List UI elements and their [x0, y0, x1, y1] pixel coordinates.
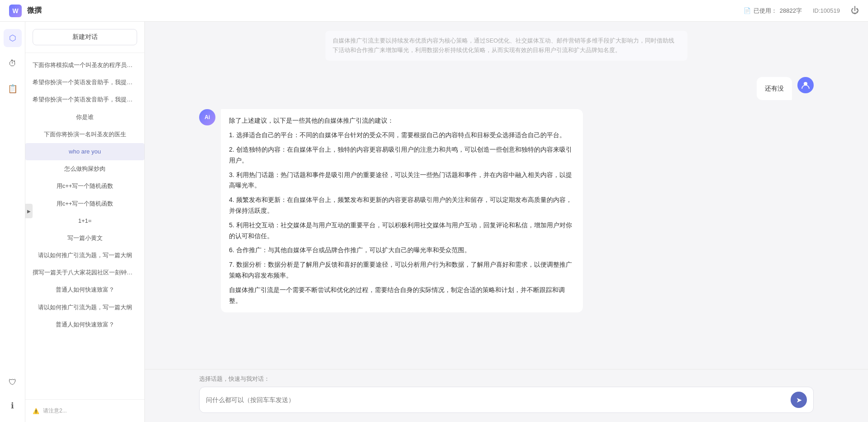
- chat-messages: 自媒体推广引流主要以持续发布优质内容为核心策略，通过SEO优化、社交媒体互动、邮…: [145, 22, 868, 369]
- chat-sidebar-bottom: ⚠️ 请注意2...: [25, 399, 144, 422]
- usage-label: 已使用：: [754, 7, 777, 15]
- chat-list-item[interactable]: 下面你将模拟成一个叫圣友的程序员，我说...: [25, 57, 144, 74]
- chat-list-item[interactable]: 用c++写一个随机函数: [25, 195, 144, 212]
- sidebar-bottom-item-1: ⚠️ 请注意2...: [33, 405, 137, 417]
- quick-topics-label: 选择话题，快速与我对话：: [199, 375, 814, 383]
- chat-list-item[interactable]: 写一篇小黄文: [25, 230, 144, 247]
- sidebar-icon-clock[interactable]: ⏱: [4, 54, 22, 72]
- chat-list-item[interactable]: 请以如何推广引流为题，写一篇大纲: [25, 299, 144, 316]
- sidebar-icon-info[interactable]: ℹ: [4, 397, 22, 415]
- user-avatar: [797, 77, 814, 93]
- chat-list-item[interactable]: 怎么做狗屎炒肉: [25, 160, 144, 177]
- topbar-right: 📄 已使用： 28822字 ID:100519 ⏻: [744, 6, 859, 15]
- expand-sidebar-arrow[interactable]: ▶: [25, 204, 33, 218]
- doc-icon: 📄: [744, 7, 751, 14]
- power-icon[interactable]: ⏻: [851, 6, 859, 15]
- chat-list-item[interactable]: 撰写一篇关于八大家花园社区一刻钟便民生...: [25, 264, 144, 281]
- truncated-text: 自媒体推广引流主要以持续发布优质内容为核心策略，通过SEO优化、社交媒体互动、邮…: [333, 37, 674, 53]
- usage-value: 28822字: [780, 7, 802, 15]
- chat-list-item[interactable]: 下面你将扮演一名叫圣友的医生: [25, 126, 144, 143]
- sidebar-icon-shield[interactable]: 🛡: [4, 373, 22, 391]
- sidebar-icon-hexagon[interactable]: ⬡: [4, 29, 22, 47]
- ai-message-bubble: 除了上述建议，以下是一些其他的自媒体推广引流的建议：1. 选择适合自己的平台：不…: [221, 109, 583, 312]
- chat-sidebar-header: 新建对话: [25, 22, 144, 53]
- id-info: ID:100519: [813, 7, 840, 14]
- chat-list-item[interactable]: 用c++写一个随机函数: [25, 177, 144, 195]
- warning-icon: ⚠️: [33, 408, 39, 414]
- app-title: 微撰: [27, 6, 42, 15]
- input-row: ➤: [199, 387, 814, 413]
- user-message-bubble: 还有没: [757, 77, 792, 101]
- main-chat: 自媒体推广引流主要以持续发布优质内容为核心策略，通过SEO优化、社交媒体互动、邮…: [145, 22, 868, 422]
- chat-list-item[interactable]: 1+1=: [25, 212, 144, 230]
- sidebar-icon-document[interactable]: 📋: [4, 80, 22, 98]
- message-row-user: 还有没: [199, 77, 814, 101]
- chat-list-item[interactable]: 普通人如何快速致富？: [25, 316, 144, 333]
- topbar: W 微撰 📄 已使用： 28822字 ID:100519 ⏻: [0, 0, 868, 22]
- send-button[interactable]: ➤: [791, 392, 807, 408]
- sidebar-bottom-icons: 🛡 ℹ: [4, 373, 22, 415]
- app-logo-icon: W: [9, 5, 22, 17]
- chat-list: 下面你将模拟成一个叫圣友的程序员，我说...希望你扮演一个英语发音助手，我提供给…: [25, 53, 144, 399]
- chat-list-item[interactable]: 希望你扮演一个英语发音助手，我提供给你...: [25, 91, 144, 108]
- chat-input[interactable]: [206, 396, 787, 403]
- new-chat-button[interactable]: 新建对话: [33, 29, 137, 45]
- chat-list-item[interactable]: 请以如何推广引流为题，写一篇大纲: [25, 247, 144, 264]
- message-row-assistant: Ai除了上述建议，以下是一些其他的自媒体推广引流的建议：1. 选择适合自己的平台…: [199, 109, 814, 312]
- chat-sidebar: 新建对话 下面你将模拟成一个叫圣友的程序员，我说...希望你扮演一个英语发音助手…: [25, 22, 145, 422]
- chat-list-item[interactable]: 希望你扮演一个英语发音助手，我提供给你...: [25, 74, 144, 91]
- usage-info: 📄 已使用： 28822字: [744, 7, 802, 15]
- ai-avatar: Ai: [199, 109, 215, 125]
- chat-list-item[interactable]: who are you: [25, 143, 144, 160]
- chat-list-item[interactable]: 你是谁: [25, 109, 144, 126]
- previous-content-indicator: 自媒体推广引流主要以持续发布优质内容为核心策略，通过SEO优化、社交媒体互动、邮…: [199, 31, 814, 68]
- chat-list-item[interactable]: 普通人如何快速致富？: [25, 281, 144, 298]
- notice-text: 请注意2...: [43, 407, 67, 415]
- icon-sidebar: ⬡ ⏱ 📋 🛡 ℹ: [0, 22, 25, 422]
- topbar-left: W 微撰: [9, 5, 42, 17]
- chat-input-area: 选择话题，快速与我对话： ➤: [145, 369, 868, 422]
